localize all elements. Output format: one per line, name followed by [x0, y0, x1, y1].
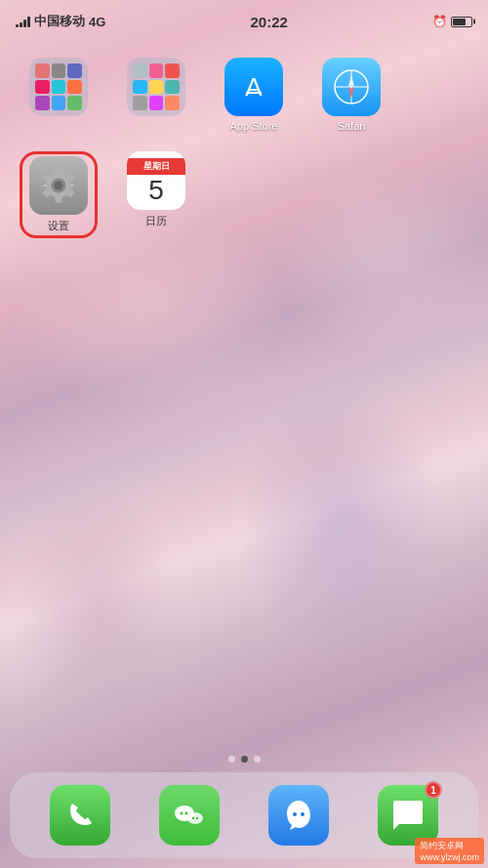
folder-mini — [133, 96, 147, 110]
appstore-label: App Store — [230, 120, 278, 132]
qq-svg — [280, 797, 317, 834]
app-settings[interactable]: 设置 — [20, 151, 98, 238]
folder-mini — [165, 63, 180, 78]
dock-messages[interactable]: 1 — [378, 785, 438, 846]
folder-mini — [165, 96, 180, 110]
wechat-svg — [170, 796, 209, 835]
status-right-icons: ⏰ — [432, 15, 472, 28]
status-time: 20:22 — [250, 14, 287, 30]
svg-point-14 — [192, 817, 194, 819]
safari-label: Safari — [338, 120, 366, 132]
svg-point-9 — [54, 181, 62, 189]
messages-badge: 1 — [425, 781, 442, 799]
dock-phone[interactable] — [50, 785, 110, 846]
watermark: 简约安卓网 www.ylzwj.com — [415, 838, 484, 864]
folder-mini — [35, 63, 50, 78]
folder-mini — [67, 63, 82, 78]
network-type: 4G — [89, 15, 105, 29]
calendar-date: 5 — [148, 177, 164, 204]
safari-icon — [322, 58, 381, 116]
battery-fill — [453, 19, 466, 25]
folder-mini — [35, 80, 50, 95]
page-dot-1 — [228, 756, 235, 763]
svg-point-16 — [293, 812, 297, 816]
folder-mini — [149, 80, 164, 95]
appstore-svg: A — [236, 69, 271, 104]
folder-mini — [35, 96, 50, 110]
calendar-label: 日历 — [145, 214, 167, 228]
svg-text:A: A — [245, 72, 263, 102]
gear-svg — [40, 167, 77, 204]
folder-mini — [133, 63, 147, 78]
folder-mini — [67, 80, 82, 95]
app-folder-2[interactable] — [117, 58, 195, 132]
folder-mini — [52, 96, 66, 110]
watermark-line2: www.ylzwj.com — [420, 852, 479, 862]
folder-mini — [67, 96, 82, 110]
app-folder-1[interactable] — [20, 58, 98, 132]
icon-row-1: A App Store Safari — [20, 58, 468, 132]
svg-point-17 — [301, 812, 305, 816]
page-dot-3 — [254, 756, 261, 763]
alarm-icon: ⏰ — [432, 15, 447, 28]
icon-row-2: 设置 星期日 5 日历 — [20, 151, 468, 238]
appstore-icon: A — [224, 58, 283, 116]
svg-point-13 — [187, 812, 203, 824]
icons-area: A App Store Safari — [0, 43, 488, 770]
settings-label: 设置 — [48, 219, 69, 233]
carrier-name: 中国移动 — [34, 13, 85, 30]
svg-point-12 — [185, 812, 188, 815]
app-safari[interactable]: Safari — [312, 58, 390, 132]
folder-icon-2 — [127, 58, 185, 116]
folder-mini — [133, 80, 147, 95]
battery-icon — [451, 17, 472, 27]
signal-bars — [16, 16, 30, 27]
signal-bar-1 — [16, 24, 19, 27]
settings-icon — [29, 156, 88, 215]
calendar-icon: 星期日 5 — [127, 151, 185, 210]
status-bar: 中国移动 4G 20:22 ⏰ — [0, 0, 488, 43]
folder-mini — [149, 63, 164, 78]
app-calendar[interactable]: 星期日 5 日历 — [117, 151, 195, 238]
messages-svg — [389, 797, 427, 834]
dock-wechat[interactable] — [159, 785, 220, 846]
svg-point-11 — [181, 812, 183, 815]
dock: 1 — [10, 772, 478, 858]
dock-qq[interactable] — [268, 785, 329, 846]
folder-mini — [52, 80, 66, 95]
folder-mini — [149, 96, 164, 110]
signal-bar-4 — [27, 17, 30, 27]
page-dot-2 — [241, 756, 248, 763]
calendar-header: 星期日 — [127, 158, 185, 175]
safari-svg — [332, 67, 371, 106]
phone-svg — [62, 798, 98, 833]
status-carrier: 中国移动 4G — [16, 13, 105, 30]
watermark-line1: 简约安卓网 — [420, 840, 479, 852]
folder-mini — [165, 80, 180, 95]
folder-icon-1 — [29, 58, 88, 116]
page-dots — [0, 756, 488, 763]
svg-point-15 — [196, 817, 198, 819]
signal-bar-2 — [20, 22, 22, 27]
signal-bar-3 — [23, 20, 26, 27]
folder-mini — [52, 63, 66, 78]
app-appstore[interactable]: A App Store — [215, 58, 293, 132]
